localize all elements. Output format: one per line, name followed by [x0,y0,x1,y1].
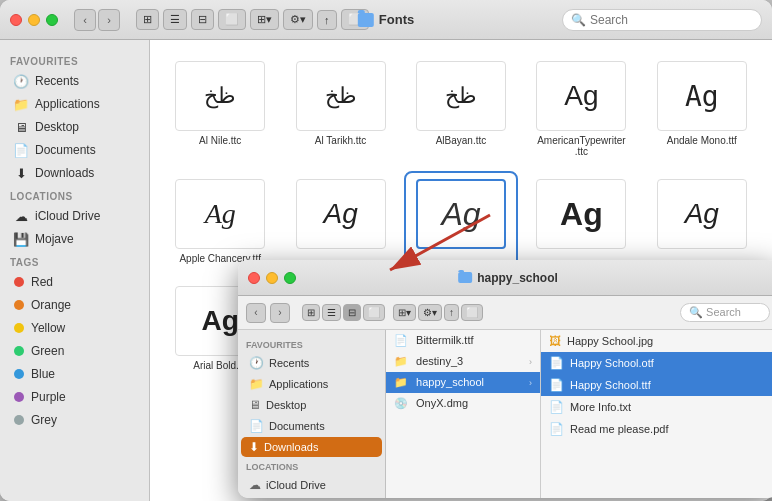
ov-documents-icon: 📄 [249,419,264,433]
file-item-8[interactable]: Ag [526,173,636,270]
ov-sidebar-desktop[interactable]: 🖥 Desktop [241,395,382,415]
column-view: 📄 Bittermilk.ttf 📁 destiny_3 › 📁 happy_s… [386,330,772,498]
sidebar-item-downloads[interactable]: ⬇ Downloads [4,162,145,184]
ov-sidebar-documents[interactable]: 📄 Documents [241,416,382,436]
file-item-7-selected[interactable]: Ag [406,173,516,270]
overlay-folder-icon [458,272,472,283]
overlay-icon-view[interactable]: ⊞ [302,304,320,321]
file-item-al-tarikh[interactable]: ظخ Al Tarikh.ttc [285,55,395,163]
overlay-back-button[interactable]: ‹ [246,303,266,323]
icon-view-button[interactable]: ⊞ [136,9,159,30]
font-preview-9: Ag [657,179,747,249]
sidebar-item-tag-blue[interactable]: Blue [4,363,145,385]
share-button[interactable]: ↑ [317,10,337,30]
column-view-button[interactable]: ⊟ [191,9,214,30]
gallery-view-button[interactable]: ⬜ [218,9,246,30]
tag-dot-blue [14,369,24,379]
bittermilk-icon: 📄 [394,334,408,346]
col1-happy-school[interactable]: 📁 happy_school › [386,372,540,393]
close-button[interactable] [10,14,22,26]
overlay-gallery-view[interactable]: ⬜ [363,304,385,321]
right-happy-school-ttf[interactable]: 📄 Happy School.ttf [541,374,772,396]
overlay-sidebar: Favourites 🕐 Recents 📁 Applications 🖥 De… [238,330,386,498]
overlay-forward-button[interactable]: › [270,303,290,323]
right-happy-school-otf[interactable]: 📄 Happy School.otf [541,352,772,374]
forward-button[interactable]: › [98,9,120,31]
sidebar-item-desktop[interactable]: 🖥 Desktop [4,116,145,138]
file-name-al-nile: Al Nile.ttc [199,135,241,146]
ov-sidebar-icloud[interactable]: ☁ iCloud Drive [241,475,382,495]
column-1: 📄 Bittermilk.ttf 📁 destiny_3 › 📁 happy_s… [386,330,541,498]
sidebar-item-mojave[interactable]: 💾 Mojave [4,228,145,250]
window-title: Fonts [358,12,414,27]
sidebar-item-tag-purple[interactable]: Purple [4,386,145,408]
sidebar: Favourites 🕐 Recents 📁 Applications 🖥 De… [0,40,150,501]
overlay-column-view[interactable]: ⊟ [343,304,361,321]
file-item-albayan[interactable]: ظخ AlBayan.ttc [406,55,516,163]
search-icon: 🔍 [571,13,586,27]
file-item-american-typewriter[interactable]: Ag AmericanTypewriter.ttc [526,55,636,163]
file-item-andale-mono[interactable]: Ag Andale Mono.ttf [647,55,757,163]
search-bar[interactable]: 🔍 [562,9,762,31]
search-input[interactable] [590,13,750,27]
recents-icon: 🕐 [14,74,28,88]
sidebar-item-tag-red[interactable]: Red [4,271,145,293]
sidebar-item-tag-green[interactable]: Green [4,340,145,362]
destiny-icon: 📁 [394,355,408,367]
sidebar-item-tag-orange[interactable]: Orange [4,294,145,316]
overlay-search-bar[interactable]: 🔍 Search [680,303,770,322]
tag-dot-orange [14,300,24,310]
file-name-albayan: AlBayan.ttc [436,135,487,146]
happy-school-chevron: › [529,378,532,388]
overlay-action-button[interactable]: ⚙▾ [418,304,442,321]
tag-dot-red [14,277,24,287]
destiny-chevron: › [529,357,532,367]
action-button[interactable]: ⚙▾ [283,9,313,30]
sidebar-item-tag-grey[interactable]: Grey [4,409,145,431]
ov-sidebar-downloads[interactable]: ⬇ Downloads [241,437,382,457]
overlay-maximize-button[interactable] [284,272,296,284]
minimize-button[interactable] [28,14,40,26]
ov-sidebar-applications[interactable]: 📁 Applications [241,374,382,394]
overlay-minimize-button[interactable] [266,272,278,284]
maximize-button[interactable] [46,14,58,26]
overlay-content: Favourites 🕐 Recents 📁 Applications 🖥 De… [238,330,772,498]
font-preview-8: Ag [536,179,626,249]
overlay-window-title: happy_school [458,271,558,285]
sidebar-item-applications[interactable]: 📁 Applications [4,93,145,115]
right-column: 🖼 Happy School.jpg 📄 Happy School.otf 📄 … [541,330,772,498]
file-item-9[interactable]: Ag [647,173,757,270]
sidebar-item-tag-yellow[interactable]: Yellow [4,317,145,339]
col1-destiny[interactable]: 📁 destiny_3 › [386,351,540,372]
overlay-tags-button[interactable]: ⬜ [461,304,483,321]
sidebar-item-icloud[interactable]: ☁ iCloud Drive [4,205,145,227]
back-button[interactable]: ‹ [74,9,96,31]
col1-onyx[interactable]: 💿 OnyX.dmg [386,393,540,414]
overlay-list-view[interactable]: ☰ [322,304,341,321]
file-name-al-tarikh: Al Tarikh.ttc [315,135,367,146]
overlay-finder-window: happy_school ‹ › ⊞ ☰ ⊟ ⬜ ⊞▾ ⚙▾ ↑ ⬜ 🔍 Sea… [238,260,772,498]
overlay-share-button[interactable]: ↑ [444,304,459,321]
right-more-info[interactable]: 📄 More Info.txt [541,396,772,418]
right-happy-school-jpg[interactable]: 🖼 Happy School.jpg [541,330,772,352]
overlay-group-button[interactable]: ⊞▾ [393,304,416,321]
ov-desktop-icon: 🖥 [249,398,261,412]
sidebar-item-documents[interactable]: 📄 Documents [4,139,145,161]
happy-school-icon: 📁 [394,376,408,388]
right-read-me[interactable]: 📄 Read me please.pdf [541,418,772,440]
desktop-icon: 🖥 [14,120,28,134]
file-item-al-nile[interactable]: ظخ Al Nile.ttc [165,55,275,163]
list-view-button[interactable]: ☰ [163,9,187,30]
sidebar-item-recents[interactable]: 🕐 Recents [4,70,145,92]
ov-locations-label: Locations [238,458,385,474]
overlay-close-button[interactable] [248,272,260,284]
col1-bittermilk[interactable]: 📄 Bittermilk.ttf [386,330,540,351]
ov-recents-icon: 🕐 [249,356,264,370]
ov-sidebar-recents[interactable]: 🕐 Recents [241,353,382,373]
group-button[interactable]: ⊞▾ [250,9,279,30]
file-item-6[interactable]: Ag [285,173,395,270]
tag-dot-green [14,346,24,356]
happy-school-jpg-icon: 🖼 [549,334,561,348]
file-item-apple-chancery[interactable]: Ag Apple Chancery.ttf [165,173,275,270]
font-preview-7: Ag [416,179,506,249]
